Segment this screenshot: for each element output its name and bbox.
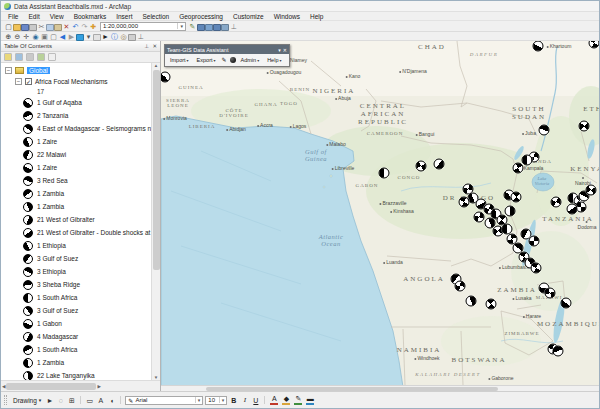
back-extent-icon[interactable]: ◀ <box>58 33 67 41</box>
table-of-contents-icon[interactable] <box>197 24 205 31</box>
toc-header[interactable]: Table Of Contents ⊥ ✕ <box>1 41 160 52</box>
zoom-in-icon[interactable]: ⊕ <box>4 33 13 41</box>
text-tool-icon[interactable]: A <box>96 396 105 405</box>
scroll-right-icon[interactable]: ▶ <box>97 384 100 389</box>
pin-icon[interactable]: ⊥ <box>229 23 238 31</box>
data-frame-label[interactable]: Global <box>27 67 50 74</box>
marker-color-button[interactable]: ▬ <box>305 395 315 405</box>
admin-button[interactable]: Admin▾ <box>238 55 263 65</box>
scroll-up-icon[interactable]: ▲ <box>154 63 158 68</box>
map-horizontal-scrollbar[interactable] <box>161 385 599 391</box>
title-bar[interactable]: Data Assistant Beachballs.mxd - ArcMap <box>1 1 599 12</box>
underline-button[interactable]: U <box>251 397 260 404</box>
layer-item[interactable]: 1 Gulf of Aqaba <box>5 96 151 109</box>
fixed-zoom-out-icon[interactable]: ▢ <box>49 33 58 41</box>
snapping-icon[interactable]: ⊞ <box>67 396 76 405</box>
select-features-swatch[interactable] <box>76 34 84 41</box>
list-by-source-icon[interactable] <box>15 53 23 61</box>
layer-group-row[interactable]: − ✓ Africa Focal Mechanisms <box>5 76 151 87</box>
font-family-combo[interactable]: ✎Arial ▾ <box>125 396 203 405</box>
collapse-icon[interactable]: − <box>15 78 22 85</box>
layer-item[interactable]: 21 West of Gibralter - Double shocks at … <box>5 226 151 239</box>
fixed-zoom-in-icon[interactable]: ▣ <box>40 33 49 41</box>
layer-item[interactable]: 1 Ethiopia <box>5 239 151 252</box>
pan-icon[interactable]: ✛ <box>22 33 31 41</box>
data-assistant-titlebar[interactable]: Team-GIS Data Assistant ▾ ✕ <box>165 45 289 54</box>
pin-icon[interactable]: ⊥ <box>136 33 145 41</box>
python-window-icon[interactable] <box>221 24 229 31</box>
bold-button[interactable]: B <box>229 397 238 404</box>
close-icon[interactable]: ✕ <box>152 43 157 49</box>
identify-icon[interactable]: ⓘ <box>110 33 119 41</box>
layer-item[interactable]: 1 Zaire <box>5 135 151 148</box>
layer-item[interactable]: 1 Zambia <box>5 187 151 200</box>
help-button[interactable]: Help▾ <box>264 55 284 65</box>
line-color-button[interactable]: ✎ <box>293 395 303 405</box>
layer-item[interactable]: 1 Zambia <box>5 356 151 369</box>
rotate-element-icon[interactable]: ◌ <box>56 396 65 405</box>
menu-selection[interactable]: Selection <box>137 13 174 20</box>
list-by-visibility-icon[interactable] <box>26 53 34 61</box>
layer-item[interactable]: 22 Malawi <box>5 148 151 161</box>
layer-item[interactable]: 3 Sheba Ridge <box>5 278 151 291</box>
scrollbar-thumb[interactable] <box>6 383 96 390</box>
layer-item[interactable]: 22 Lake Tanganyika <box>5 369 151 380</box>
fill-color-button[interactable]: ◆ <box>281 395 291 405</box>
font-size-combo[interactable]: 10 ▾ <box>205 396 227 405</box>
chevron-down-icon[interactable]: ▾ <box>278 47 281 53</box>
menu-insert[interactable]: Insert <box>111 13 137 20</box>
layer-item[interactable]: 3 Gulf of Suez <box>5 252 151 265</box>
list-by-drawing-order-icon[interactable] <box>4 53 12 61</box>
menu-windows[interactable]: Windows <box>269 13 305 20</box>
map-canvas[interactable]: Team-GIS Data Assistant ▾ ✕ Import▾ Expo… <box>161 41 599 385</box>
toc-horizontal-scrollbar[interactable]: ◀ ▶ <box>1 380 160 391</box>
layer-item[interactable]: 1 South Africa <box>5 291 151 304</box>
drawing-menu-button[interactable]: Drawing▾ <box>11 397 43 404</box>
data-frame-row[interactable]: − Global <box>5 65 151 76</box>
layer-item[interactable]: 1 South Africa <box>5 343 151 356</box>
catalog-window-icon[interactable] <box>205 24 213 31</box>
layer-item[interactable]: 3 Ethiopia <box>5 265 151 278</box>
export-button[interactable]: Export▾ <box>194 55 219 65</box>
scrollbar-thumb[interactable] <box>153 70 160 270</box>
layer-item[interactable]: 1 Zambia <box>5 200 151 213</box>
select-elements-icon[interactable]: ► <box>45 396 54 405</box>
measure-icon[interactable] <box>128 34 136 41</box>
zoom-out-icon[interactable]: ⊖ <box>13 33 22 41</box>
editor-toolbar-icon[interactable]: ✎ <box>188 23 197 31</box>
menu-help[interactable]: Help <box>305 13 328 20</box>
layer-item[interactable]: 1 Zaire <box>5 161 151 174</box>
callout-tool-icon[interactable]: ◖ <box>107 396 116 405</box>
layer-item[interactable]: 3 Red Sea <box>5 174 151 187</box>
layer-item[interactable]: 4 Madagascar <box>5 330 151 343</box>
forward-extent-icon[interactable]: ▶ <box>67 33 76 41</box>
italic-button[interactable]: I <box>240 396 249 404</box>
close-icon[interactable]: ✕ <box>283 47 287 53</box>
layer-checkbox[interactable]: ✓ <box>25 78 32 85</box>
toc-options-icon[interactable] <box>48 53 56 61</box>
full-extent-icon[interactable]: ◉ <box>31 33 40 41</box>
font-color-button[interactable]: A <box>269 395 279 405</box>
scrollbar-thumb[interactable] <box>206 387 498 391</box>
layer-item[interactable]: 2 Tanzania <box>5 109 151 122</box>
data-assistant-window[interactable]: Team-GIS Data Assistant ▾ ✕ Import▾ Expo… <box>164 44 290 67</box>
list-by-selection-icon[interactable] <box>37 53 45 61</box>
pencil-icon[interactable]: ✎ <box>221 57 228 64</box>
pin-icon[interactable]: ⊥ <box>145 43 150 49</box>
layer-item[interactable]: 3 Gulf of Suez <box>5 304 151 317</box>
shape-tool-icon[interactable]: ▭ <box>85 396 94 405</box>
layer-item[interactable]: 4 East of Madagascar - Seismograms not s… <box>5 122 151 135</box>
toolbar-grip[interactable] <box>4 395 7 405</box>
clear-selection-icon[interactable] <box>93 34 101 41</box>
selection-dropdown[interactable]: ▾ <box>84 33 93 41</box>
find-icon[interactable]: ◎ <box>119 33 128 41</box>
collapse-icon[interactable]: − <box>5 67 12 74</box>
sphere-icon[interactable] <box>230 57 236 63</box>
import-button[interactable]: Import▾ <box>167 55 192 65</box>
search-window-icon[interactable] <box>213 24 221 31</box>
layer-item[interactable]: 21 West of Gibralter <box>5 213 151 226</box>
layer-item[interactable]: 1 Gabon <box>5 317 151 330</box>
select-elements-icon[interactable]: ► <box>101 33 110 41</box>
toc-vertical-scrollbar[interactable]: ▲ ▼ <box>151 63 160 380</box>
scroll-left-icon[interactable]: ◀ <box>2 384 5 389</box>
